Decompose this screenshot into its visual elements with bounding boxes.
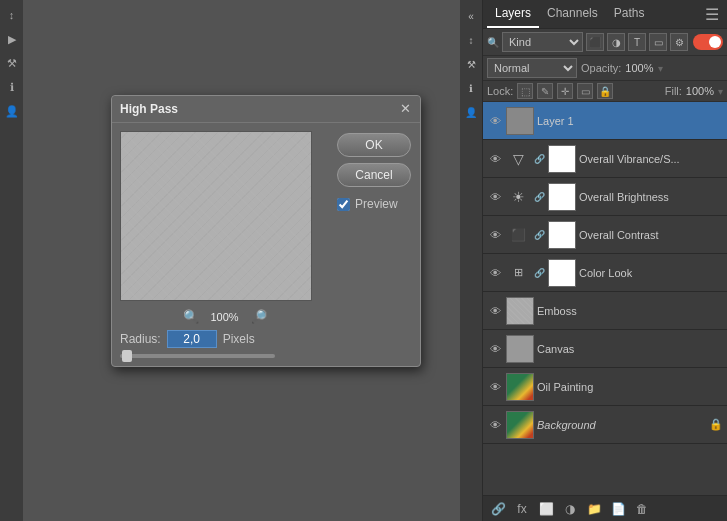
layer-lock-icon: 🔒 <box>709 418 723 431</box>
tab-paths[interactable]: Paths <box>606 0 653 28</box>
layer-visibility-toggle[interactable]: 👁 <box>487 265 503 281</box>
layer-visibility-toggle[interactable]: 👁 <box>487 189 503 205</box>
panel-options-button[interactable]: ☰ <box>701 0 723 28</box>
filter-kind-select[interactable]: Kind <box>502 32 583 52</box>
layers-filter-row: 🔍 Kind ⬛ ◑ T ▭ ⚙ <box>483 29 727 56</box>
toolbar-btn-play[interactable]: ▶ <box>1 28 23 50</box>
add-mask-button[interactable]: ⬜ <box>537 500 555 518</box>
layer-item[interactable]: 👁 ⬛ 🔗 Overall Contrast <box>483 216 727 254</box>
layer-mask-thumbnail <box>548 183 576 211</box>
dialog-body: 🔍 100% 🔎 Radius: Pixels <box>112 123 420 366</box>
lock-label: Lock: <box>487 85 513 97</box>
layer-chain-icon: 🔗 <box>533 154 545 164</box>
layer-mask-thumbnail <box>548 145 576 173</box>
filter-adjust-icon[interactable]: ◑ <box>607 33 625 51</box>
layer-chain-icon: 🔗 <box>533 230 545 240</box>
filter-toggle[interactable] <box>693 34 723 50</box>
layer-name: Oil Painting <box>537 381 723 393</box>
layer-thumbnail <box>506 297 534 325</box>
zoom-out-icon[interactable]: 🔍 <box>183 309 199 324</box>
add-link-button[interactable]: 🔗 <box>489 500 507 518</box>
radius-slider-track[interactable] <box>120 354 275 358</box>
layer-visibility-toggle[interactable]: 👁 <box>487 417 503 433</box>
toolbar-btn-tools[interactable]: ⚒ <box>1 52 23 74</box>
layers-footer: 🔗 fx ⬜ ◑ 📁 📄 🗑 <box>483 495 727 521</box>
tab-channels[interactable]: Channels <box>539 0 606 28</box>
new-layer-button[interactable]: 📄 <box>609 500 627 518</box>
toolbar-btn-arrows[interactable]: ↕ <box>1 4 23 26</box>
zoom-row: 🔍 100% 🔎 <box>120 309 329 324</box>
layer-name: Layer 1 <box>537 115 723 127</box>
fill-value[interactable]: 100% <box>686 85 714 97</box>
lock-position-btn[interactable]: ✛ <box>557 83 573 99</box>
side-icon-info[interactable]: ℹ <box>461 78 481 98</box>
layer-visibility-toggle[interactable]: 👁 <box>487 379 503 395</box>
layer-thumbnail <box>506 411 534 439</box>
layer-type-icon: ☀ <box>506 185 530 209</box>
dialog-close-button[interactable]: ✕ <box>398 102 412 116</box>
blend-mode-select[interactable]: Normal <box>487 58 577 78</box>
zoom-in-icon[interactable]: 🔎 <box>251 309 267 324</box>
layer-item[interactable]: 👁 ⊞ 🔗 Color Look <box>483 254 727 292</box>
layer-visibility-toggle[interactable]: 👁 <box>487 341 503 357</box>
toolbar-btn-person[interactable]: 👤 <box>1 100 23 122</box>
side-icon-collapse[interactable]: « <box>461 6 481 26</box>
toolbar-btn-info[interactable]: ℹ <box>1 76 23 98</box>
layer-item[interactable]: 👁 Background 🔒 <box>483 406 727 444</box>
panel-tabs: Layers Channels Paths ☰ <box>483 0 727 29</box>
radius-slider-thumb[interactable] <box>122 350 132 362</box>
opacity-chevron: ▾ <box>658 63 663 74</box>
preview-check-label: Preview <box>355 197 398 211</box>
side-icon-edit[interactable]: ⚒ <box>461 54 481 74</box>
filter-smart-icon[interactable]: ⚙ <box>670 33 688 51</box>
lock-paint-btn[interactable]: ✎ <box>537 83 553 99</box>
layer-item[interactable]: 👁 ☀ 🔗 Overall Brightness <box>483 178 727 216</box>
filter-shape-icon[interactable]: ▭ <box>649 33 667 51</box>
filter-toggle-knob <box>709 36 721 48</box>
layer-item[interactable]: 👁 ▽ 🔗 Overall Vibrance/S... <box>483 140 727 178</box>
cancel-button[interactable]: Cancel <box>337 163 411 187</box>
add-fx-button[interactable]: fx <box>513 500 531 518</box>
lock-row: Lock: ⬚ ✎ ✛ ▭ 🔒 Fill: 100% ▾ <box>483 81 727 102</box>
radius-row: Radius: Pixels <box>120 330 329 348</box>
layer-name: Color Look <box>579 267 723 279</box>
layer-visibility-toggle[interactable]: 👁 <box>487 303 503 319</box>
layer-chain-icon: 🔗 <box>533 192 545 202</box>
layer-visibility-toggle[interactable]: 👁 <box>487 227 503 243</box>
lock-transparent-btn[interactable]: ⬚ <box>517 83 533 99</box>
ok-button[interactable]: OK <box>337 133 411 157</box>
layer-name: Overall Contrast <box>579 229 723 241</box>
tab-layers[interactable]: Layers <box>487 0 539 28</box>
opacity-value[interactable]: 100% <box>625 62 653 74</box>
filter-pixel-icon[interactable]: ⬛ <box>586 33 604 51</box>
fill-label: Fill: <box>665 85 682 97</box>
side-icon-person[interactable]: 👤 <box>461 102 481 122</box>
high-pass-dialog: High Pass ✕ 🔍 100% 🔎 Radi <box>111 95 421 367</box>
adjustment-layer-button[interactable]: ◑ <box>561 500 579 518</box>
dialog-title: High Pass <box>120 102 178 116</box>
delete-layer-button[interactable]: 🗑 <box>633 500 651 518</box>
preview-check-row: Preview <box>337 197 412 211</box>
preview-checkbox[interactable] <box>337 198 350 211</box>
dialog-title-bar: High Pass ✕ <box>112 96 420 123</box>
layer-thumbnail <box>506 335 534 363</box>
layer-item[interactable]: 👁 Emboss <box>483 292 727 330</box>
folder-button[interactable]: 📁 <box>585 500 603 518</box>
lock-artboard-btn[interactable]: ▭ <box>577 83 593 99</box>
layer-item[interactable]: 👁 Canvas <box>483 330 727 368</box>
layer-thumbnail <box>506 373 534 401</box>
layer-type-icon: ⬛ <box>506 223 530 247</box>
side-icon-nav[interactable]: ↕ <box>461 30 481 50</box>
lock-all-btn[interactable]: 🔒 <box>597 83 613 99</box>
layer-thumbnail <box>506 107 534 135</box>
layer-mask-thumbnail <box>548 221 576 249</box>
layer-mask-thumbnail <box>548 259 576 287</box>
layer-chain-icon: 🔗 <box>533 268 545 278</box>
layer-item[interactable]: 👁 Oil Painting <box>483 368 727 406</box>
radius-input[interactable] <box>167 330 217 348</box>
layer-visibility-toggle[interactable]: 👁 <box>487 151 503 167</box>
filter-text-icon[interactable]: T <box>628 33 646 51</box>
dialog-left: 🔍 100% 🔎 Radius: Pixels <box>120 131 329 358</box>
layer-visibility-toggle[interactable]: 👁 <box>487 113 503 129</box>
layer-item[interactable]: 👁 Layer 1 <box>483 102 727 140</box>
